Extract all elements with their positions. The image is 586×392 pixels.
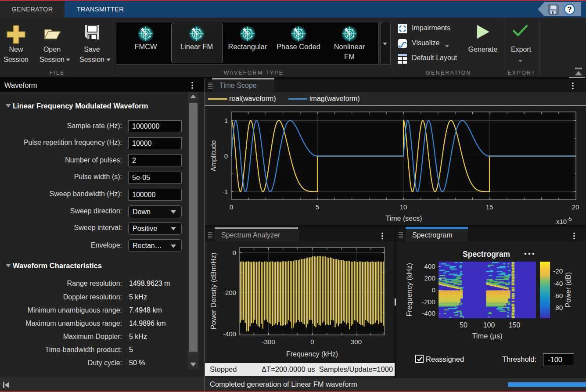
svg-text:50: 50 [460, 321, 467, 329]
svg-text:300: 300 [351, 338, 362, 345]
svg-text:Time (secs): Time (secs) [386, 215, 422, 222]
svg-text:-40: -40 [553, 280, 563, 287]
svg-text:1: 1 [224, 117, 228, 124]
svg-text:Power Density (dBm/Hz): Power Density (dBm/Hz) [210, 252, 217, 329]
svg-text:Spectrogram: Spectrogram [463, 250, 510, 259]
svg-text:400: 400 [424, 263, 435, 270]
svg-text:Time (µs): Time (µs) [472, 332, 502, 340]
svg-text:5: 5 [316, 203, 319, 211]
svg-text:-200: -200 [223, 289, 236, 296]
svg-text:0: 0 [233, 249, 236, 256]
svg-text:x10: x10 [556, 218, 567, 225]
svg-text:-5: -5 [567, 216, 572, 222]
svg-text:200: 200 [424, 274, 435, 282]
svg-text:100: 100 [483, 321, 495, 329]
svg-text:-80: -80 [553, 304, 563, 311]
svg-text:0: 0 [310, 338, 314, 345]
svg-text:?: ? [567, 5, 572, 14]
svg-text:0: 0 [230, 203, 233, 211]
svg-text:Amplitude: Amplitude [210, 140, 217, 171]
svg-text:150: 150 [509, 321, 521, 329]
svg-text:10: 10 [400, 203, 407, 211]
svg-text:Frequency (kHz): Frequency (kHz) [286, 350, 338, 358]
svg-text:-300: -300 [262, 338, 275, 345]
svg-text:15: 15 [486, 203, 493, 211]
svg-text:-60: -60 [553, 292, 563, 299]
svg-text:Power (dB): Power (dB) [564, 272, 572, 307]
svg-text:-400: -400 [422, 309, 435, 317]
svg-text:Frequency (kHz): Frequency (kHz) [405, 263, 413, 316]
svg-text:-20: -20 [553, 267, 563, 275]
svg-text:20: 20 [572, 203, 579, 211]
svg-text:-200: -200 [422, 298, 435, 306]
svg-text:-400: -400 [223, 330, 236, 338]
svg-text:0: 0 [224, 152, 228, 160]
svg-text:0: 0 [431, 286, 435, 294]
svg-text:-1: -1 [222, 188, 228, 195]
